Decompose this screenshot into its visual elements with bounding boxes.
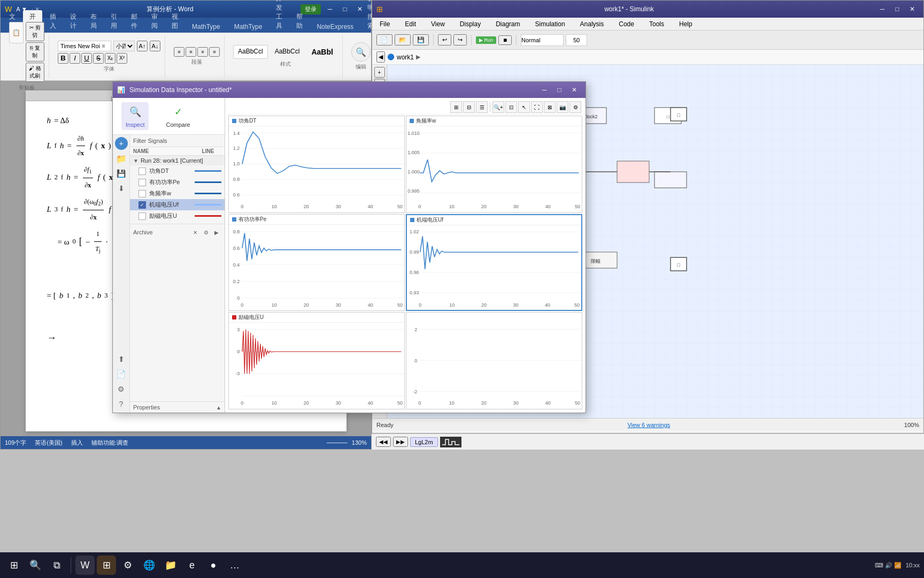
- signal-checkbox-2[interactable]: [138, 190, 146, 197]
- italic-btn[interactable]: I: [70, 53, 80, 64]
- chart5-body[interactable]: 3 0 -3 0 10 20 30 40 50: [229, 323, 404, 409]
- increase-font-btn[interactable]: A↑: [137, 41, 148, 51]
- cut-btn[interactable]: ✂ 剪切: [26, 22, 44, 41]
- bold-btn[interactable]: B: [58, 53, 68, 64]
- upload-btn[interactable]: ⬆: [115, 353, 128, 366]
- simulink-warnings[interactable]: View 6 warnings: [627, 422, 670, 428]
- signal-checkbox-4[interactable]: [138, 212, 146, 220]
- chart1-body[interactable]: 1.4 1.2 1.0 0.8 0.6 0: [229, 126, 404, 212]
- sim-nav-fwd-btn[interactable]: ▶▶: [393, 437, 408, 447]
- chart-panel-1[interactable]: 功角DT 1.4 1.2 1.0 0.8 0.6: [228, 116, 405, 213]
- menu-analysis[interactable]: Analysis: [577, 19, 607, 29]
- add-signal-btn[interactable]: +: [115, 137, 128, 150]
- underline-btn[interactable]: U: [81, 53, 92, 64]
- nav-inspect[interactable]: 🔍 Inspect: [121, 102, 149, 130]
- stop-time-input[interactable]: [566, 34, 587, 46]
- paste-btn[interactable]: 📋: [9, 22, 24, 43]
- menu-view[interactable]: View: [428, 19, 448, 29]
- tab-view[interactable]: 视图: [165, 10, 184, 33]
- format-painter-btn[interactable]: 🖌 格式刷: [26, 63, 44, 82]
- tab-mathtype2[interactable]: MathType: [228, 21, 269, 33]
- signal-row-4[interactable]: 励磁电压U: [130, 210, 225, 222]
- signal-row-3[interactable]: ✓ 机端电压Uf: [130, 199, 225, 210]
- chart2-body[interactable]: 1.010 1.005 1.000 0.995 0 10 20 30: [406, 126, 582, 212]
- simulink-minimize-btn[interactable]: ─: [875, 3, 889, 15]
- run-row[interactable]: ▼ Run 28: work1 [Current]: [130, 156, 225, 165]
- style-noSpace[interactable]: AaBbCcl: [270, 45, 305, 59]
- chart-panel-3[interactable]: 有功功率Pe 0.8 0.6 0.4 0.2 0: [228, 214, 405, 311]
- menu-help[interactable]: Help: [676, 19, 696, 29]
- file-btn[interactable]: 📄: [115, 368, 128, 381]
- grid-1x2-btn[interactable]: ⊟: [463, 101, 475, 113]
- align-center-btn[interactable]: ≡: [186, 47, 196, 57]
- signal-checkbox-0[interactable]: [138, 168, 146, 175]
- shrink-btn[interactable]: ⊠: [544, 101, 556, 113]
- nav-compare[interactable]: ✓ Compare: [161, 102, 194, 130]
- maximize-btn[interactable]: □: [338, 3, 352, 15]
- open-btn[interactable]: 📂: [395, 34, 411, 45]
- tab-mathtype1[interactable]: MathType: [186, 21, 227, 33]
- archive-delete-btn[interactable]: ✕: [190, 227, 200, 237]
- superscript-btn[interactable]: X²: [117, 53, 127, 64]
- signal-scope[interactable]: [440, 437, 461, 447]
- simulink-close-btn[interactable]: ✕: [905, 3, 919, 15]
- copy-btn[interactable]: ⎘ 复制: [26, 42, 44, 62]
- signal-checkbox-3[interactable]: ✓: [138, 201, 146, 209]
- menu-tools[interactable]: Tools: [646, 19, 667, 29]
- chart-panel-6[interactable]: 2 0 -2 0 10 20 30 40 50: [406, 312, 582, 409]
- menu-simulation[interactable]: Simulation: [532, 19, 568, 29]
- download-btn[interactable]: ⬇: [115, 182, 128, 195]
- tab-review[interactable]: 审阅: [145, 10, 164, 33]
- taskview-btn[interactable]: ⧉: [47, 556, 66, 575]
- subscript-btn[interactable]: X₂: [105, 53, 116, 64]
- breadcrumb-work1[interactable]: work1: [397, 54, 414, 61]
- signal-row-1[interactable]: 有功功率Pe: [130, 177, 225, 188]
- browser-taskbar-btn[interactable]: 🌐: [140, 556, 159, 575]
- save-signal-btn[interactable]: 💾: [115, 167, 128, 180]
- settings-taskbar-btn[interactable]: ⚙: [118, 556, 137, 575]
- sdi-maximize-btn[interactable]: □: [552, 84, 566, 96]
- search-taskbar-btn[interactable]: 🔍: [26, 556, 45, 575]
- cursor-btn[interactable]: ↖: [518, 101, 530, 113]
- undo-btn[interactable]: ↩: [438, 34, 451, 45]
- layout-btn[interactable]: ☰: [476, 101, 488, 113]
- fit-chart-btn[interactable]: ⊡: [505, 101, 517, 113]
- simulink-taskbar-btn[interactable]: ⊞: [97, 556, 116, 575]
- archive-settings-btn[interactable]: ⚙: [201, 227, 211, 237]
- settings-btn[interactable]: ⚙: [115, 383, 128, 396]
- new-btn[interactable]: 📄: [376, 34, 392, 45]
- signal-row-2[interactable]: 角频率w: [130, 188, 225, 199]
- chrome-taskbar-btn[interactable]: ●: [204, 556, 223, 575]
- strikethrough-btn[interactable]: S̶: [93, 53, 104, 64]
- zoom-in-btn[interactable]: +: [374, 67, 385, 78]
- sdi-close-btn[interactable]: ✕: [567, 84, 581, 96]
- chart4-body[interactable]: 1.02 0.99 0.96 0.93 0 10 20 30: [407, 225, 581, 310]
- menu-diagram[interactable]: Diagram: [492, 19, 523, 29]
- font-name-input[interactable]: [58, 41, 111, 51]
- simulation-mode-input[interactable]: [521, 34, 564, 46]
- sdi-minimize-btn[interactable]: ─: [537, 84, 551, 96]
- tab-mail[interactable]: 邮件: [125, 10, 144, 33]
- help-btn[interactable]: ?: [115, 398, 128, 410]
- start-btn[interactable]: ⊞: [4, 556, 24, 575]
- menu-file[interactable]: File: [376, 19, 393, 29]
- chart-settings-btn[interactable]: ⚙: [569, 101, 581, 113]
- signal-checkbox-1[interactable]: [138, 179, 146, 186]
- explorer-taskbar-btn[interactable]: 📁: [161, 556, 180, 575]
- minimize-btn[interactable]: ─: [323, 3, 337, 15]
- screenshot-btn[interactable]: 📷: [557, 101, 568, 113]
- fullscreen-btn[interactable]: ⛶: [531, 101, 543, 113]
- edge-taskbar-btn[interactable]: e: [182, 556, 202, 575]
- tab-design[interactable]: 设计: [64, 10, 83, 33]
- align-right-btn[interactable]: ≡: [197, 47, 208, 57]
- save-btn[interactable]: 💾: [413, 34, 429, 45]
- stop-btn[interactable]: ⏹: [498, 35, 512, 45]
- menu-code[interactable]: Code: [615, 19, 637, 29]
- lgLm2-block[interactable]: LgL2m: [410, 437, 438, 447]
- signal-row-0[interactable]: 功角DT: [130, 165, 225, 177]
- search-btn[interactable]: 🔍: [351, 42, 371, 62]
- folder-btn[interactable]: 📁: [115, 152, 128, 165]
- justify-btn[interactable]: ≡: [209, 47, 220, 57]
- menu-edit[interactable]: Edit: [402, 19, 419, 29]
- style-heading1[interactable]: AaBbl: [306, 45, 337, 59]
